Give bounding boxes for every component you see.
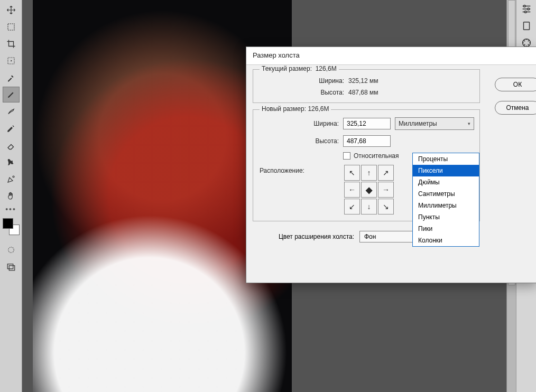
move-tool[interactable] — [3, 2, 20, 18]
svg-rect-6 — [9, 266, 15, 270]
svg-point-8 — [527, 8, 529, 10]
screen-mode-tool[interactable] — [3, 259, 20, 275]
adjustments-icon[interactable] — [521, 3, 532, 15]
unit-option[interactable]: Дюймы — [413, 176, 479, 188]
svg-point-9 — [524, 11, 526, 13]
anchor-e[interactable]: → — [378, 182, 394, 198]
new-height-input[interactable] — [343, 135, 391, 147]
width-unit-selected: Миллиметры — [399, 120, 437, 127]
foreground-background-colors[interactable] — [2, 218, 20, 236]
current-size-value: 126,6M — [316, 65, 337, 72]
unit-option[interactable]: Миллиметры — [413, 200, 479, 211]
svg-point-4 — [8, 247, 14, 253]
svg-point-2 — [11, 60, 12, 61]
left-toolbar: ••• — [0, 0, 22, 392]
svg-point-7 — [523, 5, 525, 7]
gradient-tool[interactable] — [3, 154, 20, 170]
extension-color-row: Цвет расширения холста: Фон ▾ — [246, 228, 536, 249]
unit-option[interactable]: Проценты — [413, 153, 479, 165]
unit-option[interactable]: Пики — [413, 223, 479, 235]
relative-label: Относительная — [354, 152, 399, 160]
history-brush-tool[interactable] — [3, 120, 20, 136]
current-width-label: Ширина: — [291, 77, 344, 85]
anchor-sw[interactable]: ↙ — [344, 199, 360, 214]
more-tools-icon[interactable]: ••• — [3, 205, 20, 213]
unit-option[interactable]: Сантиметры — [413, 188, 479, 200]
current-width-value: 325,12 мм — [348, 77, 378, 85]
chevron-down-icon: ▾ — [468, 121, 470, 126]
new-size-legend-text: Новый размер: — [262, 105, 306, 113]
paragraph-icon[interactable] — [521, 20, 532, 32]
width-unit-select[interactable]: Миллиметры ▾ — [395, 117, 474, 130]
canvas-size-dialog: Размер холста ОК Отмена Текущий размер: … — [246, 46, 536, 283]
anchor-nw[interactable]: ↖ — [344, 165, 360, 181]
svg-rect-0 — [8, 24, 14, 30]
unit-option[interactable]: Пункты — [413, 211, 479, 223]
brush-tool[interactable] — [3, 87, 20, 102]
new-size-legend: Новый размер: 126,6M — [260, 105, 331, 113]
cancel-button[interactable]: Отмена — [495, 101, 536, 115]
current-height-value: 487,68 мм — [348, 89, 378, 96]
anchor-w[interactable]: ← — [344, 182, 360, 198]
magic-wand-tool[interactable] — [3, 53, 20, 69]
current-size-group: Текущий размер: 126,6M Ширина: 325,12 мм… — [253, 69, 480, 103]
dialog-button-stack: ОК Отмена — [495, 78, 536, 115]
anchor-ne[interactable]: ↗ — [378, 165, 394, 181]
crop-tool[interactable] — [3, 36, 20, 52]
pen-tool[interactable] — [3, 171, 20, 187]
anchor-se[interactable]: ↘ — [378, 199, 394, 214]
clone-stamp-tool[interactable] — [3, 104, 20, 119]
marquee-tool[interactable] — [3, 19, 20, 35]
unit-option[interactable]: Пиксели — [413, 165, 479, 176]
svg-point-3 — [13, 176, 14, 178]
dialog-title-bar[interactable]: Размер холста — [246, 47, 536, 65]
hand-tool[interactable] — [3, 188, 20, 204]
eraser-tool[interactable] — [3, 137, 20, 153]
ok-button[interactable]: ОК — [495, 78, 536, 91]
anchor-n[interactable]: ↑ — [361, 165, 377, 181]
current-height-label: Высота: — [291, 89, 344, 96]
current-size-legend: Текущий размер: 126,6M — [260, 65, 339, 72]
foreground-color-swatch[interactable] — [3, 218, 13, 229]
new-size-value: 126,6M — [308, 105, 329, 113]
eyedropper-tool[interactable] — [3, 70, 20, 86]
new-width-label: Ширина: — [260, 120, 339, 127]
anchor-label: Расположение: — [260, 165, 339, 174]
unit-dropdown: ПроцентыПикселиДюймыСантиметрыМиллиметры… — [412, 153, 479, 247]
anchor-s[interactable]: ↓ — [361, 199, 377, 214]
svg-point-10 — [522, 39, 530, 47]
relative-checkbox[interactable] — [343, 152, 350, 160]
new-height-label: Высота: — [260, 137, 339, 145]
new-width-input[interactable] — [343, 118, 391, 129]
unit-option[interactable]: Колонки — [413, 235, 479, 246]
anchor-center[interactable]: ◆ — [361, 182, 377, 198]
svg-rect-5 — [7, 264, 13, 269]
extension-color-label: Цвет расширения холста: — [254, 233, 354, 240]
current-size-legend-text: Текущий размер: — [262, 65, 312, 72]
extension-color-value: Фон — [364, 233, 376, 240]
dialog-title: Размер холста — [246, 47, 536, 64]
quick-mask-tool[interactable] — [3, 242, 20, 258]
